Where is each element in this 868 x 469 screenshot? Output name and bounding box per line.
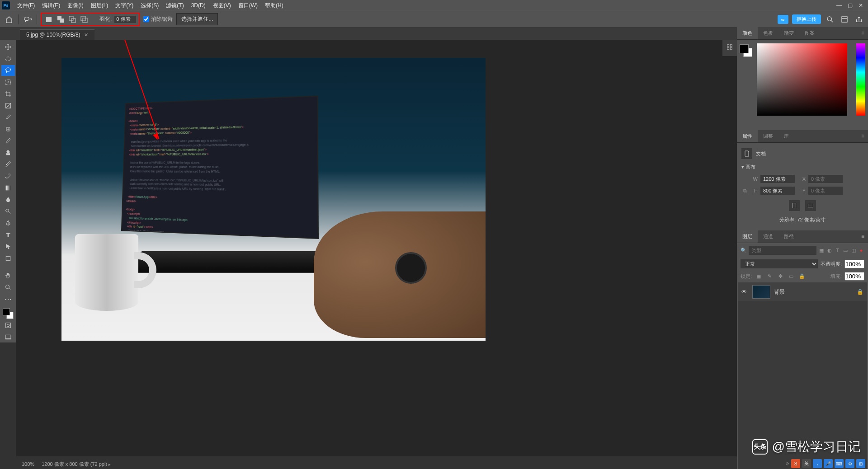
window-maximize-icon[interactable]: ▢ [844,2,855,9]
blur-tool-icon[interactable] [1,194,15,205]
home-icon[interactable] [4,14,14,25]
menu-type[interactable]: 文字(Y) [112,2,137,9]
history-panel-icon[interactable] [724,42,735,52]
upload-button[interactable]: 抠换上传 [792,14,821,24]
clone-stamp-tool-icon[interactable] [1,147,15,158]
select-and-mask-button[interactable]: 选择并遮住... [176,13,218,25]
orientation-portrait-icon[interactable] [789,200,800,211]
eyedropper-tool-icon[interactable] [1,112,15,123]
selection-add-icon[interactable] [56,15,65,24]
quick-mask-icon[interactable] [1,320,15,331]
selection-new-icon[interactable] [44,15,53,24]
tab-color[interactable]: 颜色 [737,27,758,39]
lock-transparency-icon[interactable]: ▦ [755,272,763,281]
ime-voice-icon[interactable]: 🎤 [824,459,833,468]
menu-3d[interactable]: 3D(D) [188,2,209,9]
healing-brush-tool-icon[interactable] [1,124,15,135]
window-close-icon[interactable]: ✕ [855,2,866,9]
pen-tool-icon[interactable] [1,218,15,229]
link-wh-icon[interactable]: ⧉ [743,188,747,194]
blend-mode-select[interactable]: 正常 [741,259,818,268]
panel-menu-icon[interactable]: ≡ [858,230,868,243]
y-input[interactable] [808,187,843,195]
ime-keyboard-icon[interactable]: ⌨ [835,459,844,468]
ime-lang-icon[interactable]: 英 [802,459,811,468]
frame-tool-icon[interactable] [1,100,15,111]
menu-help[interactable]: 帮助(H) [261,2,287,9]
panel-menu-icon[interactable]: ≡ [858,27,868,39]
edit-toolbar-icon[interactable]: ⋯ [1,294,15,305]
lock-pixels-icon[interactable]: ✎ [765,272,774,281]
tab-libraries[interactable]: 库 [778,130,794,142]
path-selection-tool-icon[interactable] [1,241,15,252]
document-canvas[interactable]: <!DOCTYPE html> <html lang="en"> <head> … [61,58,486,341]
tab-patterns[interactable]: 图案 [799,27,820,39]
screen-mode-icon[interactable] [1,332,15,342]
menu-image[interactable]: 图像(I) [64,2,87,9]
canvas-section-toggle[interactable]: ▾ 画布 [741,161,863,173]
lock-artboard-icon[interactable]: ▭ [787,272,795,281]
hue-slider[interactable] [856,43,865,116]
feather-input[interactable] [114,16,136,23]
move-tool-icon[interactable] [1,42,15,52]
lock-position-icon[interactable]: ✥ [776,272,784,281]
tab-channels[interactable]: 通道 [758,230,778,243]
menu-file[interactable]: 文件(F) [14,2,38,9]
hand-tool-icon[interactable] [1,270,15,281]
zoom-level[interactable]: 100% [22,461,34,467]
brush-tool-icon[interactable] [1,136,15,146]
history-brush-tool-icon[interactable] [1,159,15,170]
ime-skin-icon[interactable]: ⚙ [845,459,854,468]
selection-intersect-icon[interactable] [80,15,89,24]
visibility-eye-icon[interactable]: 👁 [741,289,749,295]
filter-shape-icon[interactable]: ▭ [842,246,849,254]
shape-tool-icon[interactable] [1,253,15,264]
workspace-icon[interactable] [839,14,850,25]
height-input[interactable] [760,187,795,195]
cloud-sync-icon[interactable]: ∞ [778,15,788,24]
lock-all-icon[interactable]: 🔒 [798,272,806,281]
filter-type-icon[interactable]: T [834,246,840,254]
fill-input[interactable] [844,272,864,281]
antialias-checkbox[interactable]: 消除锯齿 [143,15,173,23]
width-input[interactable] [760,175,795,183]
window-minimize-icon[interactable]: — [834,2,844,9]
document-tab[interactable]: 5.jpg @ 100%(RGB/8) ✕ [20,29,94,40]
menu-window[interactable]: 窗口(W) [235,2,261,9]
tab-swatches[interactable]: 色板 [758,27,778,39]
ime-toolbox-icon[interactable]: ⊞ [856,459,865,468]
tab-properties[interactable]: 属性 [737,130,758,142]
layer-item[interactable]: 👁 背景 🔒 [738,282,867,301]
menu-select[interactable]: 选择(S) [137,2,162,9]
eraser-tool-icon[interactable] [1,171,15,182]
tab-layers[interactable]: 图层 [737,230,758,243]
marquee-tool-icon[interactable] [1,53,15,64]
type-tool-icon[interactable] [1,230,15,240]
canvas-area[interactable]: <!DOCTYPE html> <html lang="en"> <head> … [16,40,737,456]
share-icon[interactable] [854,14,864,25]
quick-selection-tool-icon[interactable] [1,77,15,88]
zoom-tool-icon[interactable] [1,282,15,293]
lasso-tool-icon[interactable] [1,65,15,76]
tab-adjustments[interactable]: 调整 [758,130,778,142]
menu-edit[interactable]: 编辑(E) [38,2,64,9]
close-tab-icon[interactable]: ✕ [84,32,88,38]
ime-arrow-icon[interactable]: ⟳ [786,461,789,466]
crop-tool-icon[interactable] [1,89,15,99]
x-input[interactable] [808,175,843,183]
gradient-tool-icon[interactable] [1,183,15,193]
dodge-tool-icon[interactable] [1,206,15,217]
filter-pixel-icon[interactable]: ▦ [818,246,825,254]
menu-layer[interactable]: 图层(L) [87,2,112,9]
foreground-background-colors[interactable] [3,308,14,319]
menu-view[interactable]: 视图(V) [209,2,235,9]
ime-sogou-icon[interactable]: S [791,459,800,468]
layer-thumbnail[interactable] [752,285,770,299]
opacity-input[interactable] [844,260,864,268]
tab-gradients[interactable]: 渐变 [778,27,799,39]
color-swatch[interactable] [740,44,752,57]
filter-smart-icon[interactable]: ◫ [850,246,857,254]
tab-paths[interactable]: 路径 [778,230,799,243]
filter-toggle-icon[interactable]: ● [858,246,864,254]
document-info[interactable]: 1200 像素 x 800 像素 (72 ppi) [42,461,110,468]
